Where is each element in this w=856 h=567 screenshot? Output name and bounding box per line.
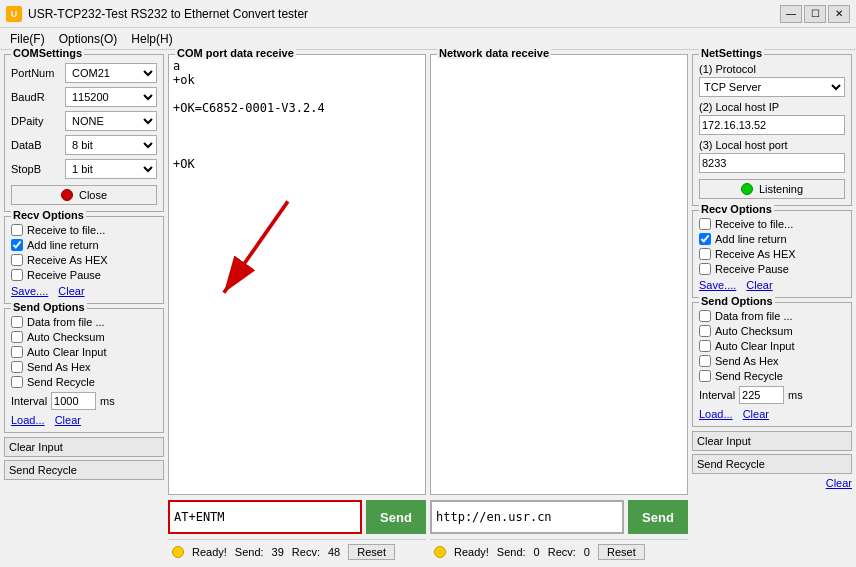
net-auto-checksum-row: Auto Checksum [699, 325, 845, 337]
datab-select[interactable]: 8 bit [65, 135, 157, 155]
net-send-options-title: Send Options [699, 295, 775, 307]
protocol-row: (1) Protocol TCP Server [699, 63, 845, 97]
add-line-return-check[interactable] [11, 239, 23, 251]
net-send-as-hex-row: Send As Hex [699, 355, 845, 367]
net-send-options-group: Send Options Data from file ... Auto Che… [692, 302, 852, 427]
local-port-row: (3) Local host port [699, 139, 845, 173]
com-reset-button[interactable]: Reset [348, 544, 395, 560]
com-data-textarea[interactable]: a +ok +OK=C6852-0001-V3.2.4 +OK [169, 55, 425, 494]
send-recycle-check[interactable] [11, 376, 23, 388]
middle-panel: COM port data receive a +ok +OK=C6852-00… [168, 54, 426, 563]
net-data-from-file-row: Data from file ... [699, 310, 845, 322]
net-bottom-clear-btn[interactable]: Clear [826, 477, 852, 489]
net-recv-pause-check[interactable] [699, 263, 711, 275]
title-bar-left: U USR-TCP232-Test RS232 to Ethernet Conv… [6, 6, 308, 22]
options-menu[interactable]: Options(O) [53, 30, 124, 47]
local-port-input[interactable] [699, 153, 845, 173]
net-send-input[interactable] [430, 500, 624, 534]
recv-pause-check[interactable] [11, 269, 23, 281]
maximize-button[interactable]: ☐ [804, 5, 826, 23]
net-send-label: Send: [497, 546, 526, 558]
net-auto-clear-input-row: Auto Clear Input [699, 340, 845, 352]
net-recv-options-title: Recv Options [699, 203, 774, 215]
red-indicator [61, 189, 73, 201]
net-interval-label: Interval [699, 389, 735, 401]
baudr-label: BaudR [11, 91, 61, 103]
interval-input[interactable] [51, 392, 96, 410]
net-data-receive-title: Network data receive [437, 47, 551, 59]
net-data-textarea[interactable] [431, 55, 687, 494]
net-send-recycle-check[interactable] [699, 370, 711, 382]
send-recycle-btn-net[interactable]: Send Recycle [692, 454, 852, 474]
com-send-clear-btn[interactable]: Clear [55, 414, 81, 426]
protocol-label: (1) Protocol [699, 63, 845, 75]
listening-btn-label: Listening [759, 183, 803, 195]
right-panel: NetSettings (1) Protocol TCP Server (2) … [692, 54, 852, 563]
clear-input-btn-com[interactable]: Clear Input [4, 437, 164, 457]
com-recv-clear-btn[interactable]: Clear [58, 285, 84, 297]
com-ready-icon [172, 546, 184, 558]
net-auto-clear-input-check[interactable] [699, 340, 711, 352]
net-interval-unit: ms [788, 389, 803, 401]
auto-clear-input-check[interactable] [11, 346, 23, 358]
auto-checksum-check[interactable] [11, 331, 23, 343]
net-recv-save-btn[interactable]: Save.... [699, 279, 736, 291]
net-recv-clear-btn[interactable]: Clear [746, 279, 772, 291]
com-send-load-btn[interactable]: Load... [11, 414, 45, 426]
data-from-file-label: Data from file ... [27, 316, 105, 328]
send-link-row: Load... Clear [11, 414, 157, 426]
listening-button[interactable]: Listening [699, 179, 845, 199]
recv-as-hex-check[interactable] [11, 254, 23, 266]
dpaity-row: DPaity NONE [11, 111, 157, 131]
add-line-return-row: Add line return [11, 239, 157, 251]
net-add-line-return-check[interactable] [699, 233, 711, 245]
protocol-select[interactable]: TCP Server [699, 77, 845, 97]
file-menu[interactable]: File(F) [4, 30, 51, 47]
net-recv-to-file-row: Receive to file... [699, 218, 845, 230]
stopb-label: StopB [11, 163, 61, 175]
close-button-com[interactable]: Close [11, 185, 157, 205]
green-indicator [741, 183, 753, 195]
send-as-hex-label: Send As Hex [27, 361, 91, 373]
minimize-button[interactable]: — [780, 5, 802, 23]
recv-as-hex-row: Receive As HEX [11, 254, 157, 266]
net-reset-button[interactable]: Reset [598, 544, 645, 560]
data-from-file-check[interactable] [11, 316, 23, 328]
close-button[interactable]: ✕ [828, 5, 850, 23]
interval-row: Interval ms [11, 392, 157, 410]
stopb-select[interactable]: 1 bit [65, 159, 157, 179]
recv-to-file-check[interactable] [11, 224, 23, 236]
net-data-from-file-check[interactable] [699, 310, 711, 322]
net-recv-as-hex-label: Receive As HEX [715, 248, 796, 260]
net-interval-input[interactable] [739, 386, 784, 404]
com-data-receive-title: COM port data receive [175, 47, 296, 59]
net-send-load-btn[interactable]: Load... [699, 408, 733, 420]
com-recv-save-btn[interactable]: Save.... [11, 285, 48, 297]
main-content: COMSettings PortNum COM21 BaudR 115200 D… [0, 50, 856, 567]
send-recycle-btn-com[interactable]: Send Recycle [4, 460, 164, 480]
datab-row: DataB 8 bit [11, 135, 157, 155]
dpaity-select[interactable]: NONE [65, 111, 157, 131]
send-as-hex-check[interactable] [11, 361, 23, 373]
com-send-input[interactable] [168, 500, 362, 534]
portnum-select[interactable]: COM21 [65, 63, 157, 83]
net-recv-options-group: Recv Options Receive to file... Add line… [692, 210, 852, 298]
net-recv-link-row: Save.... Clear [699, 279, 845, 291]
net-send-clear-btn[interactable]: Clear [743, 408, 769, 420]
baudr-select[interactable]: 115200 [65, 87, 157, 107]
clear-input-btn-net[interactable]: Clear Input [692, 431, 852, 451]
help-menu[interactable]: Help(H) [125, 30, 178, 47]
net-recv-as-hex-check[interactable] [699, 248, 711, 260]
com-send-button[interactable]: Send [366, 500, 426, 534]
com-settings-title: COMSettings [11, 47, 84, 59]
net-send-link-row: Load... Clear [699, 408, 845, 420]
com-settings-group: COMSettings PortNum COM21 BaudR 115200 D… [4, 54, 164, 212]
local-ip-input[interactable] [699, 115, 845, 135]
net-recv-to-file-check[interactable] [699, 218, 711, 230]
title-bar: U USR-TCP232-Test RS232 to Ethernet Conv… [0, 0, 856, 28]
com-recv-label: Recv: [292, 546, 320, 558]
net-recv-value: 0 [584, 546, 590, 558]
net-send-as-hex-check[interactable] [699, 355, 711, 367]
net-send-button[interactable]: Send [628, 500, 688, 534]
net-auto-checksum-check[interactable] [699, 325, 711, 337]
